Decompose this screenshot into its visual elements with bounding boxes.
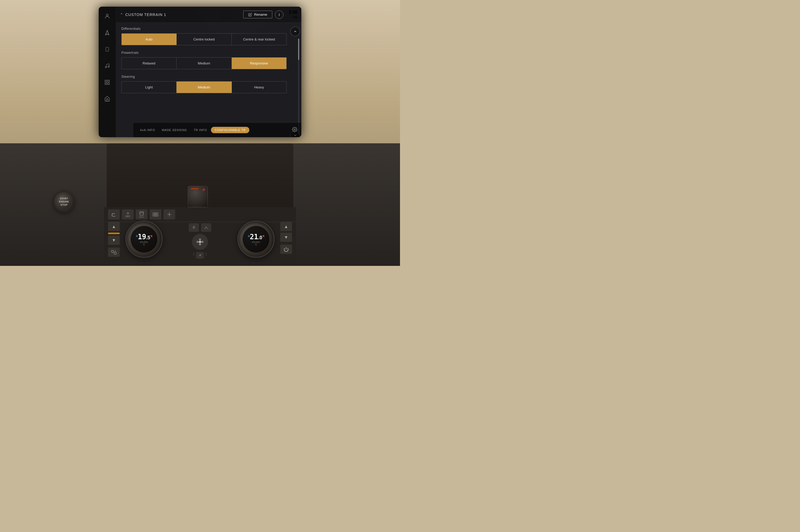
left-seat-icon: 🪑 bbox=[143, 244, 145, 246]
dashboard-controls-area: STARTENGINESTOP P R N D P S+ bbox=[0, 143, 400, 266]
left-climate-controls: ▲ ▼ bbox=[108, 222, 120, 257]
info-label: i bbox=[279, 13, 279, 17]
rear-demist-icon bbox=[153, 212, 158, 216]
right-fan-up-icon: ▲ bbox=[284, 224, 288, 229]
right-fan-down-icon: ▼ bbox=[284, 235, 288, 240]
left-push-label: PUSH bbox=[140, 241, 148, 244]
right-seat-icon: 🪑 bbox=[255, 244, 257, 246]
sidebar bbox=[99, 7, 116, 137]
left-heat-indicator: ◥ bbox=[150, 235, 152, 238]
rename-button[interactable]: Rename bbox=[243, 11, 272, 18]
powertrain-options: Relaxed Medium Responsive bbox=[121, 57, 287, 69]
steering-options: Light Medium Heavy bbox=[121, 81, 287, 93]
scroll-area: Differentials Auto Centre locked Centre … bbox=[116, 23, 301, 102]
feet-vent-icon bbox=[204, 225, 208, 230]
nav-configurable-tr[interactable]: CONFIGURABLE TR bbox=[211, 127, 249, 133]
differentials-section: Differentials Auto Centre locked Centre … bbox=[121, 27, 287, 45]
powertrain-medium-button[interactable]: Medium bbox=[177, 58, 232, 69]
air-direction-feet-button[interactable] bbox=[201, 223, 211, 232]
nav-items: 4x4i INFO WADE SENSING TR INFO CONFIGURA… bbox=[137, 127, 292, 133]
scroll-up-button[interactable] bbox=[290, 27, 300, 36]
grid-icon[interactable] bbox=[103, 78, 111, 87]
nav-wade-sensing[interactable]: WADE SENSING bbox=[159, 127, 190, 133]
start-btn-face: STARTENGINESTOP bbox=[56, 194, 72, 210]
bottom-navigation: 4x4i INFO WADE SENSING TR INFO CONFIGURA… bbox=[133, 122, 301, 137]
svg-rect-6 bbox=[106, 48, 109, 52]
steering-heavy-button[interactable]: Heavy bbox=[232, 81, 286, 93]
status-bar: 2:56 PM bbox=[289, 10, 297, 19]
right-fan-up-button[interactable]: ▲ bbox=[280, 222, 292, 231]
chevron-down-icon[interactable]: ⌃ bbox=[120, 13, 123, 17]
right-cool-indicator: ❄ bbox=[248, 235, 250, 238]
start-label: STARTENGINESTOP bbox=[59, 197, 69, 207]
svg-marker-5 bbox=[106, 31, 109, 35]
seat-heat-left-button[interactable] bbox=[108, 209, 120, 220]
music-icon[interactable] bbox=[103, 61, 111, 70]
screen-title: CUSTOM TERRAIN 1 bbox=[125, 13, 166, 17]
right-temp-number: 21 bbox=[250, 233, 258, 241]
steering-medium-button[interactable]: Medium bbox=[177, 81, 232, 93]
right-heat-indicator: ◥ bbox=[262, 235, 264, 238]
fan-icon bbox=[196, 238, 204, 246]
air-direction-icon bbox=[167, 212, 172, 217]
scrollbar-track[interactable] bbox=[298, 39, 299, 135]
rename-label: Rename bbox=[254, 13, 267, 17]
time-period: PM bbox=[293, 16, 297, 19]
left-temp-knob[interactable]: ❄ 19 .5 ◥ PUSH 🪑 bbox=[125, 221, 163, 258]
infotainment-screen: ⌃ CUSTOM TERRAIN 1 Rename i 2:56 bbox=[99, 7, 301, 137]
power-button[interactable] bbox=[280, 245, 292, 254]
left-temp-value-group: ❄ 19 .5 ◥ bbox=[136, 233, 152, 241]
left-cool-indicator: ❄ bbox=[136, 235, 138, 238]
differentials-centre-rear-locked-button[interactable]: Centre & rear locked bbox=[232, 34, 286, 45]
info-button[interactable]: i bbox=[275, 11, 284, 19]
right-temp-knob[interactable]: ❄ 21 .0 ◥ PUSH 🪑 bbox=[237, 221, 275, 258]
svg-point-8 bbox=[105, 66, 107, 68]
sync-button[interactable] bbox=[108, 247, 120, 257]
differentials-auto-button[interactable]: Auto bbox=[122, 34, 177, 45]
nav-tr-info[interactable]: TR INFO bbox=[191, 127, 210, 133]
start-engine-button[interactable]: STARTENGINESTOP bbox=[53, 191, 75, 213]
nav-4x4i-info[interactable]: 4x4i INFO bbox=[137, 127, 158, 133]
main-content: ⌃ CUSTOM TERRAIN 1 Rename i 2:56 bbox=[116, 7, 301, 137]
ac-off-label: OFF bbox=[125, 215, 130, 217]
right-fan-down-button[interactable]: ▼ bbox=[280, 232, 292, 242]
steering-light-button[interactable]: Light bbox=[122, 81, 177, 93]
phone-icon[interactable] bbox=[103, 45, 111, 54]
settings-icon[interactable] bbox=[292, 127, 297, 133]
differentials-centre-locked-button[interactable]: Centre locked bbox=[177, 34, 232, 45]
navigation-icon[interactable] bbox=[103, 28, 111, 37]
max-label: MAX bbox=[139, 216, 144, 218]
right-temp-decimal: .0 bbox=[258, 235, 262, 241]
rear-demist-button[interactable] bbox=[150, 209, 161, 220]
left-temp-display: ❄ 19 .5 ◥ PUSH 🪑 bbox=[131, 226, 157, 252]
rear-heat-button[interactable]: MAX bbox=[136, 209, 147, 220]
ac-off-button[interactable]: ⊙ OFF bbox=[122, 209, 133, 220]
shifter-knob[interactable]: P bbox=[188, 186, 208, 207]
svg-rect-13 bbox=[108, 83, 109, 84]
powertrain-responsive-button[interactable]: Responsive bbox=[232, 58, 286, 69]
air-recirc-controls: 〈 ↺ 〉 bbox=[191, 252, 209, 259]
steering-label: Steering bbox=[121, 75, 287, 79]
rear-heat-icon bbox=[139, 211, 144, 216]
svg-point-9 bbox=[108, 66, 109, 68]
home-icon[interactable] bbox=[103, 95, 111, 103]
svg-point-14 bbox=[294, 129, 295, 130]
powertrain-relaxed-button[interactable]: Relaxed bbox=[122, 58, 177, 69]
sync-icon bbox=[111, 250, 116, 254]
wind-left-icon: 〈 bbox=[191, 252, 195, 259]
park-indicator: P bbox=[203, 188, 205, 192]
fan-speed-button[interactable] bbox=[192, 234, 208, 250]
wind-right-icon: 〉 bbox=[205, 252, 209, 259]
header-left: ⌃ CUSTOM TERRAIN 1 bbox=[120, 13, 243, 17]
fan-down-button[interactable]: ▼ bbox=[108, 235, 120, 245]
air-direction-face-button[interactable] bbox=[189, 223, 199, 232]
fan-level-indicator bbox=[108, 232, 120, 234]
air-direction-button[interactable] bbox=[163, 209, 175, 220]
svg-rect-15 bbox=[140, 211, 144, 215]
fan-up-button[interactable]: ▲ bbox=[108, 222, 120, 231]
user-icon[interactable] bbox=[103, 12, 111, 20]
recirc-button[interactable]: ↺ bbox=[196, 252, 204, 259]
face-vent-icon bbox=[192, 225, 196, 230]
svg-rect-21 bbox=[111, 250, 114, 252]
climate-panel: ⊙ OFF MAX bbox=[104, 207, 296, 266]
